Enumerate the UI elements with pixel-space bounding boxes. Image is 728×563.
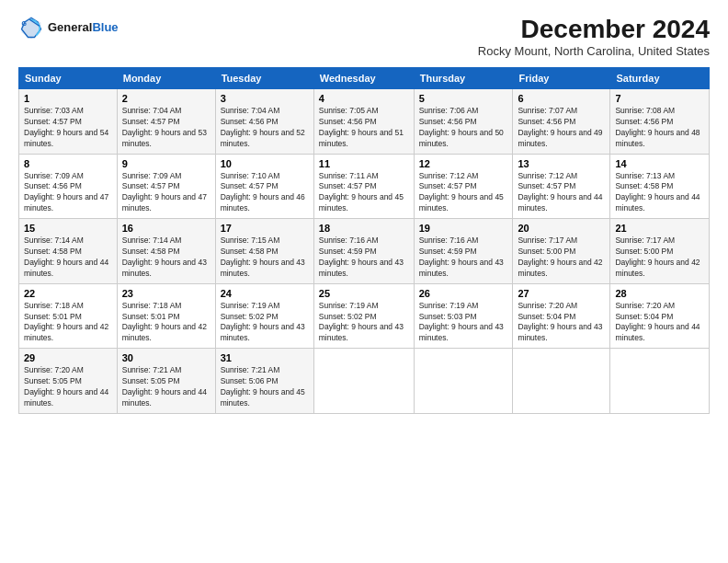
header-day-wednesday: Wednesday xyxy=(313,68,414,89)
calendar-cell: 24Sunrise: 7:19 AMSunset: 5:02 PMDayligh… xyxy=(215,283,313,349)
day-info: Sunrise: 7:17 AMSunset: 5:00 PMDaylight:… xyxy=(518,236,605,280)
day-info: Sunrise: 7:17 AMSunset: 5:00 PMDaylight:… xyxy=(615,236,704,280)
day-number: 25 xyxy=(319,288,409,299)
day-info: Sunrise: 7:16 AMSunset: 4:59 PMDaylight:… xyxy=(319,236,409,280)
calendar: SundayMondayTuesdayWednesdayThursdayFrid… xyxy=(18,67,710,414)
day-info: Sunrise: 7:14 AMSunset: 4:58 PMDaylight:… xyxy=(24,236,112,280)
calendar-cell: 19Sunrise: 7:16 AMSunset: 4:59 PMDayligh… xyxy=(414,219,513,284)
calendar-cell: 27Sunrise: 7:20 AMSunset: 5:04 PMDayligh… xyxy=(513,283,610,349)
subtitle: Rocky Mount, North Carolina, United Stat… xyxy=(478,44,710,58)
day-number: 13 xyxy=(518,158,605,169)
calendar-cell: 28Sunrise: 7:20 AMSunset: 5:04 PMDayligh… xyxy=(610,283,710,349)
calendar-cell: 13Sunrise: 7:12 AMSunset: 4:57 PMDayligh… xyxy=(513,154,610,219)
day-info: Sunrise: 7:19 AMSunset: 5:02 PMDaylight:… xyxy=(319,301,409,345)
header-day-monday: Monday xyxy=(117,68,215,89)
day-number: 9 xyxy=(122,158,210,169)
calendar-cell: 6Sunrise: 7:07 AMSunset: 4:56 PMDaylight… xyxy=(513,89,610,155)
day-info: Sunrise: 7:08 AMSunset: 4:56 PMDaylight:… xyxy=(615,106,704,150)
day-info: Sunrise: 7:20 AMSunset: 5:05 PMDaylight:… xyxy=(24,365,112,409)
calendar-cell: 2Sunrise: 7:04 AMSunset: 4:57 PMDaylight… xyxy=(117,89,215,155)
calendar-cell: 10Sunrise: 7:10 AMSunset: 4:57 PMDayligh… xyxy=(215,154,313,219)
calendar-cell: 17Sunrise: 7:15 AMSunset: 4:58 PMDayligh… xyxy=(215,219,313,284)
svg-text:G: G xyxy=(22,20,28,27)
header-day-friday: Friday xyxy=(513,68,610,89)
day-number: 3 xyxy=(221,93,309,104)
day-info: Sunrise: 7:14 AMSunset: 4:58 PMDaylight:… xyxy=(122,236,210,280)
calendar-cell: 16Sunrise: 7:14 AMSunset: 4:58 PMDayligh… xyxy=(117,219,215,284)
day-info: Sunrise: 7:04 AMSunset: 4:56 PMDaylight:… xyxy=(221,106,309,150)
day-info: Sunrise: 7:20 AMSunset: 5:04 PMDaylight:… xyxy=(615,301,704,345)
calendar-cell: 8Sunrise: 7:09 AMSunset: 4:56 PMDaylight… xyxy=(19,154,118,219)
day-number: 31 xyxy=(221,352,309,363)
day-number: 30 xyxy=(122,352,210,363)
day-number: 28 xyxy=(615,288,704,299)
day-number: 4 xyxy=(319,93,409,104)
day-number: 1 xyxy=(24,93,112,104)
calendar-cell: 29Sunrise: 7:20 AMSunset: 5:05 PMDayligh… xyxy=(19,349,118,414)
calendar-cell: 14Sunrise: 7:13 AMSunset: 4:58 PMDayligh… xyxy=(610,154,710,219)
calendar-cell: 15Sunrise: 7:14 AMSunset: 4:58 PMDayligh… xyxy=(19,219,118,284)
calendar-cell: 20Sunrise: 7:17 AMSunset: 5:00 PMDayligh… xyxy=(513,219,610,284)
day-number: 20 xyxy=(518,223,605,234)
day-number: 18 xyxy=(319,223,409,234)
day-number: 29 xyxy=(24,352,112,363)
header-day-saturday: Saturday xyxy=(610,68,710,89)
day-info: Sunrise: 7:18 AMSunset: 5:01 PMDaylight:… xyxy=(122,301,210,345)
day-number: 11 xyxy=(319,158,409,169)
day-number: 23 xyxy=(122,288,210,299)
calendar-cell: 4Sunrise: 7:05 AMSunset: 4:56 PMDaylight… xyxy=(313,89,414,155)
day-info: Sunrise: 7:13 AMSunset: 4:58 PMDaylight:… xyxy=(615,171,704,215)
logo: G GeneralBlue xyxy=(18,15,119,40)
day-number: 22 xyxy=(24,288,112,299)
calendar-cell xyxy=(610,349,710,414)
day-number: 7 xyxy=(615,93,704,104)
logo-general: General xyxy=(48,20,92,34)
day-number: 12 xyxy=(419,158,508,169)
calendar-cell: 31Sunrise: 7:21 AMSunset: 5:06 PMDayligh… xyxy=(215,349,313,414)
day-info: Sunrise: 7:06 AMSunset: 4:56 PMDaylight:… xyxy=(419,106,508,150)
day-number: 16 xyxy=(122,223,210,234)
day-info: Sunrise: 7:11 AMSunset: 4:57 PMDaylight:… xyxy=(319,171,409,215)
calendar-cell: 25Sunrise: 7:19 AMSunset: 5:02 PMDayligh… xyxy=(313,283,414,349)
calendar-cell: 1Sunrise: 7:03 AMSunset: 4:57 PMDaylight… xyxy=(19,89,118,155)
day-number: 2 xyxy=(122,93,210,104)
calendar-cell: 21Sunrise: 7:17 AMSunset: 5:00 PMDayligh… xyxy=(610,219,710,284)
calendar-cell: 26Sunrise: 7:19 AMSunset: 5:03 PMDayligh… xyxy=(414,283,513,349)
calendar-cell: 11Sunrise: 7:11 AMSunset: 4:57 PMDayligh… xyxy=(313,154,414,219)
day-number: 27 xyxy=(518,288,605,299)
day-info: Sunrise: 7:12 AMSunset: 4:57 PMDaylight:… xyxy=(518,171,605,215)
calendar-cell xyxy=(414,349,513,414)
logo-icon: G xyxy=(18,15,44,40)
header-day-tuesday: Tuesday xyxy=(215,68,313,89)
header-day-thursday: Thursday xyxy=(414,68,513,89)
day-number: 10 xyxy=(221,158,309,169)
calendar-cell xyxy=(513,349,610,414)
header: G GeneralBlue December 2024 Rocky Mount,… xyxy=(18,15,710,58)
page: G GeneralBlue December 2024 Rocky Mount,… xyxy=(0,0,728,563)
day-info: Sunrise: 7:09 AMSunset: 4:56 PMDaylight:… xyxy=(24,171,112,215)
day-info: Sunrise: 7:19 AMSunset: 5:02 PMDaylight:… xyxy=(221,301,309,345)
day-info: Sunrise: 7:19 AMSunset: 5:03 PMDaylight:… xyxy=(419,301,508,345)
day-number: 26 xyxy=(419,288,508,299)
day-info: Sunrise: 7:04 AMSunset: 4:57 PMDaylight:… xyxy=(122,106,210,150)
calendar-cell: 12Sunrise: 7:12 AMSunset: 4:57 PMDayligh… xyxy=(414,154,513,219)
day-info: Sunrise: 7:12 AMSunset: 4:57 PMDaylight:… xyxy=(419,171,508,215)
calendar-cell: 18Sunrise: 7:16 AMSunset: 4:59 PMDayligh… xyxy=(313,219,414,284)
day-info: Sunrise: 7:05 AMSunset: 4:56 PMDaylight:… xyxy=(319,106,409,150)
day-number: 14 xyxy=(615,158,704,169)
day-info: Sunrise: 7:03 AMSunset: 4:57 PMDaylight:… xyxy=(24,106,112,150)
header-day-sunday: Sunday xyxy=(19,68,118,89)
calendar-cell: 3Sunrise: 7:04 AMSunset: 4:56 PMDaylight… xyxy=(215,89,313,155)
calendar-cell: 30Sunrise: 7:21 AMSunset: 5:05 PMDayligh… xyxy=(117,349,215,414)
main-title: December 2024 xyxy=(478,15,710,44)
day-info: Sunrise: 7:16 AMSunset: 4:59 PMDaylight:… xyxy=(419,236,508,280)
day-info: Sunrise: 7:21 AMSunset: 5:06 PMDaylight:… xyxy=(221,365,309,409)
day-number: 8 xyxy=(24,158,112,169)
calendar-cell: 9Sunrise: 7:09 AMSunset: 4:57 PMDaylight… xyxy=(117,154,215,219)
day-info: Sunrise: 7:09 AMSunset: 4:57 PMDaylight:… xyxy=(122,171,210,215)
day-info: Sunrise: 7:18 AMSunset: 5:01 PMDaylight:… xyxy=(24,301,112,345)
day-number: 24 xyxy=(221,288,309,299)
calendar-cell: 23Sunrise: 7:18 AMSunset: 5:01 PMDayligh… xyxy=(117,283,215,349)
calendar-cell: 7Sunrise: 7:08 AMSunset: 4:56 PMDaylight… xyxy=(610,89,710,155)
day-number: 21 xyxy=(615,223,704,234)
